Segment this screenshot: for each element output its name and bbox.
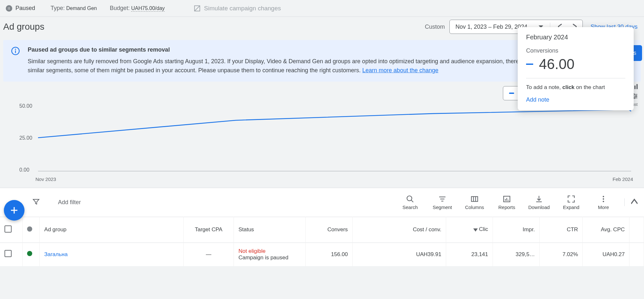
status-cell: Not eligible Campaign is paused	[234, 243, 306, 266]
campaign-type: Type: Demand Gen	[51, 5, 97, 12]
plus-icon	[9, 205, 19, 215]
impressions-cell: 329,5…	[493, 243, 540, 266]
table-toolbar: Add filter Search Segment Columns Report…	[0, 188, 644, 217]
blue-swatch-icon	[509, 93, 514, 94]
adgroup-name-link[interactable]: Загальна	[40, 243, 184, 266]
svg-point-3	[15, 49, 16, 50]
svg-rect-26	[505, 199, 506, 201]
ctr-header[interactable]: CTR	[540, 217, 583, 243]
status-text: Paused	[15, 5, 35, 12]
svg-line-1	[195, 6, 200, 11]
status-header[interactable]: Status	[234, 217, 306, 243]
target-cpa-header[interactable]: Target CPA	[183, 217, 234, 243]
tooltip-month: February 2024	[526, 34, 625, 41]
more-button[interactable]: More	[592, 195, 615, 210]
ctr-cell: 7.02%	[540, 243, 583, 266]
chart-tooltip: February 2024 Conversions 46.00 To add a…	[518, 27, 634, 110]
filter-icon[interactable]	[32, 198, 40, 207]
svg-rect-27	[506, 198, 507, 201]
expand-button[interactable]: Expand	[560, 195, 582, 210]
cost-conv-cell: UAH39.91	[352, 243, 446, 266]
checkbox-icon[interactable]	[5, 250, 12, 257]
select-all-header[interactable]	[0, 217, 22, 243]
series-color-icon	[526, 64, 533, 65]
date-mode-label: Custom	[425, 24, 445, 30]
y-tick-label: 50.00	[19, 103, 32, 109]
pause-icon: II	[6, 5, 12, 12]
learn-more-link[interactable]: Learn more about the change	[362, 67, 438, 74]
columns-icon	[470, 195, 479, 203]
svg-point-17	[407, 196, 412, 201]
avg-cpc-cell: UAH0.27	[583, 243, 630, 266]
reports-button[interactable]: Reports	[495, 195, 518, 210]
clicks-cell: 23,141	[446, 243, 493, 266]
search-icon	[406, 195, 414, 203]
conversions-header[interactable]: Convers	[306, 217, 352, 243]
y-tick-label: 0.00	[19, 167, 29, 173]
cost-conv-header[interactable]: Cost / conv.	[352, 217, 446, 243]
line-series	[38, 104, 631, 171]
x-end-label: Feb 2024	[613, 176, 633, 182]
table-row[interactable]: Загальна — Not eligible Campaign is paus…	[0, 243, 644, 266]
download-icon	[535, 195, 543, 203]
table-header-row: Ad group Target CPA Status Convers Cost …	[0, 217, 644, 243]
conversions-cell: 156.00	[306, 243, 352, 266]
info-icon	[11, 46, 20, 75]
status-detail: Campaign is paused	[238, 254, 301, 261]
adgroup-header[interactable]: Ad group	[40, 217, 184, 243]
simulate-icon	[194, 5, 201, 12]
svg-rect-6	[634, 85, 636, 89]
impressions-header[interactable]: Impr.	[493, 217, 540, 243]
row-status-dot	[22, 243, 40, 266]
more-icon	[599, 195, 608, 203]
search-button[interactable]: Search	[399, 195, 421, 210]
enabled-dot-icon	[27, 251, 32, 256]
x-start-label: Nov 2023	[35, 176, 56, 182]
conversions-chart[interactable]: 50.00 25.00 0.00	[0, 100, 644, 174]
download-button[interactable]: Download	[528, 195, 550, 210]
tooltip-value: 46.00	[539, 56, 574, 72]
status-badge: II Paused	[3, 4, 38, 13]
svg-line-18	[411, 200, 413, 202]
svg-rect-22	[471, 196, 478, 201]
page-title: Ad groups	[3, 22, 425, 32]
avg-cpc-header[interactable]: Avg. CPC	[583, 217, 630, 243]
svg-rect-4	[15, 50, 16, 53]
overflow-header	[630, 217, 644, 243]
target-cpa-cell: —	[183, 243, 234, 266]
expand-icon	[567, 195, 575, 203]
svg-point-33	[603, 201, 604, 202]
reports-icon	[503, 195, 511, 203]
status-dot-icon	[27, 226, 32, 232]
tooltip-metric-name: Conversions	[526, 47, 625, 54]
sort-desc-icon	[473, 227, 478, 232]
tooltip-hint: To add a note, click on the chart	[526, 84, 625, 91]
add-fab-button[interactable]	[4, 200, 24, 221]
ad-groups-table: Ad group Target CPA Status Convers Cost …	[0, 217, 644, 266]
row-checkbox[interactable]	[0, 243, 22, 266]
svg-point-12	[636, 95, 637, 97]
clicks-header[interactable]: Clic	[446, 217, 493, 243]
segment-button[interactable]: Segment	[431, 195, 454, 210]
svg-point-31	[603, 196, 604, 197]
y-tick-label: 25.00	[19, 135, 32, 141]
svg-rect-28	[508, 200, 508, 201]
status-dot-header	[22, 217, 40, 243]
add-note-link[interactable]: Add note	[526, 96, 625, 103]
simulate-changes-button: Simulate campaign changes	[194, 5, 281, 12]
overflow-cell	[630, 243, 644, 266]
divider	[526, 78, 625, 78]
svg-point-13	[634, 97, 635, 98]
add-filter-button[interactable]: Add filter	[58, 199, 81, 206]
segment-icon	[438, 195, 447, 203]
x-axis-labels: Nov 2023 Feb 2024	[0, 174, 644, 182]
columns-button[interactable]: Columns	[463, 195, 486, 210]
collapse-table-button[interactable]	[624, 198, 638, 206]
svg-point-32	[603, 198, 604, 200]
svg-rect-7	[637, 84, 638, 89]
status-flag: Not eligible	[238, 248, 301, 254]
campaign-budget[interactable]: Budget: UAH75.00/day	[110, 5, 165, 12]
campaign-info-bar: II Paused Type: Demand Gen Budget: UAH75…	[0, 0, 644, 17]
checkbox-icon[interactable]	[5, 225, 12, 233]
